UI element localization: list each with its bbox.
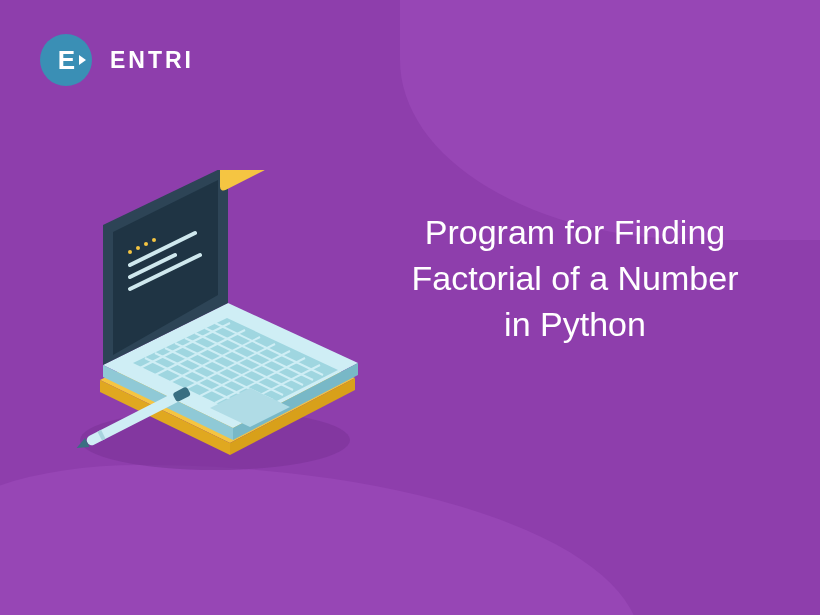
svg-marker-39 — [267, 170, 277, 172]
brand-logo: E ENTRI — [40, 34, 194, 86]
headline-line-2: Factorial of a Number — [380, 256, 770, 302]
logo-glyph: E — [58, 45, 74, 76]
svg-point-27 — [136, 246, 140, 250]
logo-play-icon — [79, 55, 86, 65]
logo-brand-text: ENTRI — [110, 47, 194, 74]
svg-point-26 — [128, 250, 132, 254]
background-wave-top — [400, 0, 820, 240]
svg-point-29 — [152, 238, 156, 242]
svg-point-28 — [144, 242, 148, 246]
logo-circle: E — [40, 34, 92, 86]
laptop-illustration — [45, 170, 385, 480]
page-title: Program for Finding Factorial of a Numbe… — [380, 210, 770, 348]
headline-line-1: Program for Finding — [380, 210, 770, 256]
headline-line-3: in Python — [380, 302, 770, 348]
background-wave-bottom — [0, 465, 640, 615]
